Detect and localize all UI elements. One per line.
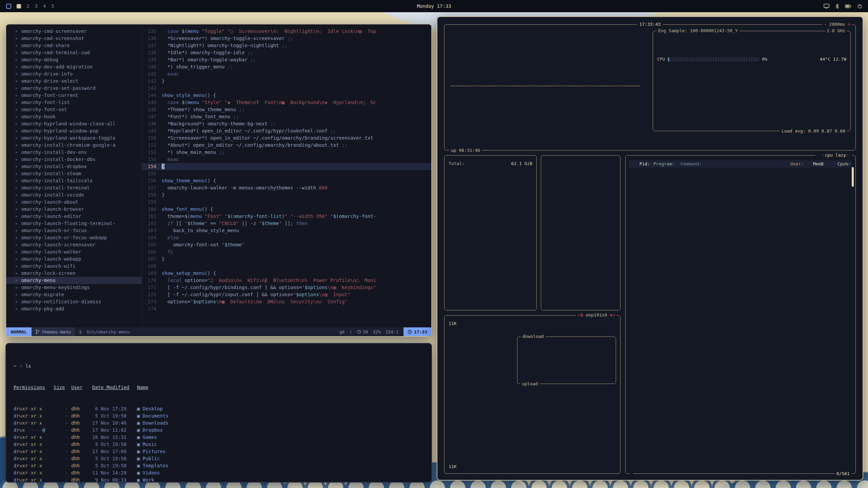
workspace-3[interactable]: 3 xyxy=(35,3,37,9)
tree-item[interactable]: ∗omarchy-lock-screen xyxy=(15,270,142,277)
process-key-hints[interactable] xyxy=(630,470,633,477)
tree-item[interactable]: ∗omarchy-cmd-terminal-cwd xyxy=(15,49,142,56)
tree-item[interactable]: ∗omarchy-launch-or-focus xyxy=(15,227,142,234)
tree-item[interactable]: ∗omarchy-menu xyxy=(6,277,142,284)
code-line[interactable]: 171 [ -f ~/.config/hypr/bindings.conf ] … xyxy=(142,284,431,291)
code-line[interactable]: 146 *Theme*) show_theme_menu ;; xyxy=(142,106,431,113)
code-line[interactable]: 157 omarchy-launch-walker -m menus:omarc… xyxy=(142,184,431,191)
workspace-2[interactable]: 2 xyxy=(26,3,29,9)
tree-item[interactable]: ∗omarchy-launch-or-focus-webapp xyxy=(15,234,142,241)
tree-item[interactable]: ∗omarchy-hyprland-workspace-toggle xyxy=(15,135,142,142)
code-line[interactable]: 168 xyxy=(142,263,431,270)
tree-item[interactable]: ∗omarchy-install-dev-env xyxy=(15,149,142,156)
tree-item[interactable]: ∗omarchy-menu-keybindings xyxy=(15,284,142,291)
code-line[interactable]: 170 local options="♫ Audio\n≈ Wifi\nβ Bl… xyxy=(142,277,431,284)
code-line[interactable]: 149 *Hyprland*) open_in_editor ~/.config… xyxy=(142,127,431,135)
workspace-4[interactable]: 4 xyxy=(43,3,46,9)
branch-icon xyxy=(36,329,39,334)
tree-item[interactable]: ∗omarchy-debug xyxy=(15,56,142,63)
tree-item[interactable]: ∗omarchy-install-terminal xyxy=(15,184,142,191)
git-branch[interactable]: themes-menu xyxy=(32,327,75,336)
code-line[interactable]: 147 *Font*) show_font_menu ;; xyxy=(142,113,431,120)
tree-item[interactable]: ∗omarchy-launch-floating-terminal- xyxy=(15,220,142,227)
code-line[interactable]: 137 *Nightlight*) omarchy-toggle-nightli… xyxy=(142,42,431,49)
code-line[interactable]: 161 theme=$(menu "Font" "$(omarchy-font-… xyxy=(142,213,431,220)
tree-item[interactable]: ∗omarchy-launch-wifi xyxy=(15,263,142,270)
workspace-5[interactable]: 5 xyxy=(51,3,54,9)
code-line[interactable]: 140 *) show_trigger_menu ;; xyxy=(142,63,431,70)
tree-item[interactable]: ∗omarchy-cmd-screensaver xyxy=(15,28,142,35)
tree-item[interactable]: ∗omarchy-install-chromium-google-a xyxy=(15,142,142,149)
code-line[interactable]: 167} xyxy=(142,256,431,263)
clock[interactable]: Monday 17:33 xyxy=(210,3,658,9)
tree-item[interactable]: ∗omarchy-hook xyxy=(15,113,142,120)
tree-item[interactable]: ∗omarchy-install-vscode xyxy=(15,191,142,199)
code-line[interactable]: 173 options="$options\n▣ Defaults\n≡ DNS… xyxy=(142,298,431,305)
code-line[interactable]: 162 if [[ "$theme" == "CNCLD" || -z "$th… xyxy=(142,220,431,227)
process-scrollbar[interactable] xyxy=(852,167,854,187)
tree-item[interactable]: ∗omarchy-notification-dismiss xyxy=(15,298,142,305)
code-line[interactable]: 163 back_to show_style_menu xyxy=(142,227,431,234)
code-line[interactable]: 150 *Screensaver*) open_in_editor ~/.con… xyxy=(142,135,431,142)
code-line[interactable]: 156show_theme_menu() { xyxy=(142,177,431,184)
tree-item[interactable]: ∗omarchy-launch-screensaver xyxy=(15,241,142,248)
tree-item[interactable]: ∗omarchy-font-set xyxy=(15,106,142,113)
tree-item[interactable]: ∗omarchy-cmd-share xyxy=(15,42,142,49)
network-interface[interactable]: ←b enp191s0 n→ xyxy=(576,312,617,319)
tree-item[interactable]: ∗omarchy-cmd-screenshot xyxy=(15,35,142,42)
tree-item[interactable]: ∗omarchy-install-steam xyxy=(15,170,142,177)
terminal-window[interactable]: ~ › ls PermissionsSizeUserDate ModifiedN… xyxy=(5,343,432,483)
app-logo-icon[interactable] xyxy=(6,4,11,9)
tree-item[interactable]: ∗omarchy-hyprland-window-pop xyxy=(15,127,142,135)
code-line[interactable]: 164 else xyxy=(142,234,431,241)
tree-item[interactable]: ∗omarchy-launch-about xyxy=(15,199,142,206)
bluetooth-icon[interactable] xyxy=(835,4,839,9)
code-line[interactable]: 166 fi xyxy=(142,248,431,256)
code-line[interactable]: 155 xyxy=(142,170,431,177)
tree-item[interactable]: ∗omarchy-install-docker-dbs xyxy=(15,156,142,163)
tree-item[interactable]: ∗omarchy-font-list xyxy=(15,99,142,106)
code-line[interactable]: 158} xyxy=(142,191,431,199)
code-line[interactable]: 153 esac xyxy=(142,156,431,163)
tree-item[interactable]: ∗omarchy-hyprland-window-close-all xyxy=(15,120,142,127)
tree-item[interactable]: ∗omarchy-launch-editor xyxy=(15,213,142,220)
code-line[interactable]: 165 omarchy-font-set "$theme" xyxy=(142,241,431,248)
tree-item[interactable]: ∗omarchy-install-dropbox xyxy=(15,163,142,170)
tree-item[interactable]: ∗omarchy-launch-webapp xyxy=(15,256,142,263)
tree-item[interactable]: ∗omarchy-launch-walker xyxy=(15,248,142,256)
code-line[interactable]: 135 case $(menu "Toggle" "▢ Screensaver\… xyxy=(142,28,431,35)
tree-item[interactable]: ∗omarchy-migrate xyxy=(15,291,142,298)
code-line[interactable]: 160show_font_menu() { xyxy=(142,206,431,213)
tree-item[interactable]: ∗omarchy-pkg-add xyxy=(15,305,142,312)
code-line[interactable]: 151 *About*) open_in_editor ~/.config/om… xyxy=(142,142,431,149)
tree-item[interactable]: ∗omarchy-drive-info xyxy=(15,70,142,78)
code-line[interactable]: 142} xyxy=(142,78,431,85)
code-line[interactable]: 138 *Idle*) omarchy-toggle-idle ;; xyxy=(142,49,431,56)
power-icon[interactable] xyxy=(857,4,862,8)
process-table-header[interactable]: Pid: Program: Command: User: MemB Cpu% ↑ xyxy=(629,160,852,168)
refresh-rate-control[interactable]: - 2000ms + xyxy=(822,21,852,28)
code-line[interactable]: 136 *Screensaver*) omarchy-toggle-screen… xyxy=(142,35,431,42)
tree-item[interactable]: ∗omarchy-font-current xyxy=(15,92,142,99)
code-line[interactable]: 144show_style_menu() { xyxy=(142,92,431,99)
code-line[interactable]: 139 *Bar*) omarchy-toggle-waybar ;; xyxy=(142,56,431,63)
tree-item[interactable]: ∗omarchy-launch-browser xyxy=(15,206,142,213)
workspace-1-active-indicator[interactable] xyxy=(17,4,21,8)
code-line[interactable]: 152 *) show_main_menu ;; xyxy=(142,149,431,156)
tree-item[interactable]: ∗omarchy-drive-set-password xyxy=(15,85,142,92)
code-line[interactable]: 141 esac xyxy=(142,70,431,78)
tree-item[interactable]: ∗omarchy-drive-select xyxy=(15,78,142,85)
battery-icon[interactable] xyxy=(845,4,851,8)
code-line[interactable]: 154} xyxy=(142,163,431,170)
code-line[interactable]: 148 *Background*) omarchy-theme-bg-next … xyxy=(142,120,431,127)
code-line[interactable]: 169show_setup_menu() { xyxy=(142,270,431,277)
screencast-icon[interactable] xyxy=(824,4,829,8)
code-pane[interactable]: 135 case $(menu "Toggle" "▢ Screensaver\… xyxy=(142,24,431,327)
code-line[interactable]: 174 xyxy=(142,305,431,312)
code-line[interactable]: 145 case $(menu "Style" "◆ Theme\nŦ Font… xyxy=(142,99,431,106)
code-line[interactable]: 143 xyxy=(142,85,431,92)
code-line[interactable]: 172 [ -f ~/.config/hypr/input.conf ] && … xyxy=(142,291,431,298)
tree-item[interactable]: ∗omarchy-install-tailscale xyxy=(15,177,142,184)
tree-item[interactable]: ∗omarchy-dev-add-migration xyxy=(15,63,142,70)
code-line[interactable]: 159 xyxy=(142,199,431,206)
